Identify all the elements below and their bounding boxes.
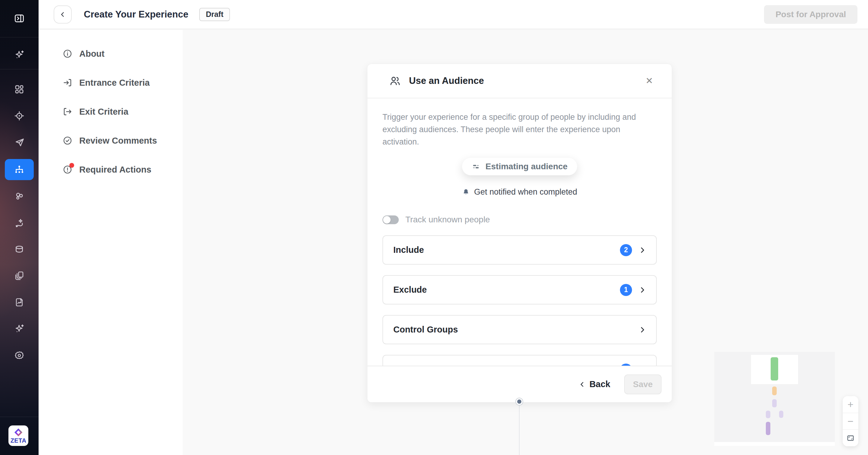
- get-notified-link[interactable]: Get notified when completed: [382, 188, 657, 197]
- settings-gear-icon[interactable]: [0, 346, 38, 365]
- journey-path-icon[interactable]: [0, 214, 38, 232]
- bell-icon: [462, 188, 470, 196]
- sidebar-item-required-actions[interactable]: Required Actions: [38, 161, 183, 179]
- sidebar-item-exit-criteria[interactable]: Exit Criteria: [38, 103, 183, 121]
- copy-stack-icon[interactable]: [0, 267, 38, 285]
- dashboard-icon[interactable]: [0, 80, 38, 98]
- rail-divider: [0, 69, 38, 69]
- panel-header: Use an Audience ✕: [367, 64, 672, 98]
- rail-divider: [0, 417, 38, 417]
- exclude-count-badge: 1: [620, 284, 632, 296]
- page-title: Create Your Experience: [84, 9, 188, 20]
- modal-back-button[interactable]: Back: [578, 379, 610, 389]
- sidebar-item-label: Review Comments: [79, 136, 157, 146]
- canvas-zoom-controls: + −: [843, 396, 858, 446]
- estimating-audience-label: Estimating audience: [486, 162, 567, 171]
- sidebar-item-label: About: [79, 49, 104, 59]
- alert-circle-icon: [62, 165, 73, 175]
- row-label: Include: [393, 245, 424, 255]
- use-an-audience-panel: Use an Audience ✕ Trigger your experienc…: [367, 64, 672, 402]
- minimap-node-green: [771, 357, 778, 380]
- minimap-node-purple: [772, 399, 777, 407]
- app-rail: ZETA: [0, 0, 38, 455]
- sidebar-item-label: Exit Criteria: [79, 107, 128, 117]
- save-button[interactable]: Save: [624, 374, 661, 394]
- panel-body: Trigger your experience for a specific g…: [367, 98, 672, 384]
- zoom-in-button[interactable]: +: [843, 396, 858, 413]
- panel-footer: Back Save: [367, 366, 672, 402]
- minimap-node-purple: [766, 410, 770, 418]
- zeta-diamond-icon: [14, 428, 23, 437]
- estimating-sliders-icon: [472, 162, 480, 171]
- control-groups-row[interactable]: Control Groups: [382, 315, 657, 344]
- canvas-node-connector[interactable]: [516, 398, 523, 405]
- alert-dot: [69, 163, 74, 168]
- exit-arrow-icon: [62, 107, 73, 117]
- zeta-wordmark: ZETA: [10, 437, 27, 444]
- chevron-left-icon: [578, 380, 586, 388]
- status-badge: Draft: [199, 8, 230, 21]
- row-label: Control Groups: [393, 325, 458, 335]
- fit-view-button[interactable]: [843, 429, 858, 446]
- estimating-audience-pill[interactable]: Estimating audience: [462, 158, 577, 175]
- sparkles-alt-icon[interactable]: [0, 320, 38, 338]
- minimap-bottom-strip: [714, 442, 835, 446]
- chevron-right-icon: [638, 325, 647, 334]
- sidebar-item-review-comments[interactable]: Review Comments: [38, 132, 183, 150]
- experience-sidebar: About Entrance Criteria Exit Criteria Re…: [38, 30, 183, 455]
- chevron-right-icon: [638, 285, 647, 294]
- sidebar-item-label: Entrance Criteria: [79, 78, 150, 88]
- enter-arrow-icon: [62, 78, 73, 88]
- minimap-node-orange: [772, 387, 777, 395]
- database-icon[interactable]: [0, 240, 38, 258]
- include-row[interactable]: Include 2: [382, 235, 657, 265]
- orgchart-active-icon[interactable]: [5, 159, 34, 180]
- track-unknown-label: Track unknown people: [405, 215, 490, 225]
- canvas-minimap[interactable]: [714, 352, 835, 446]
- report-icon[interactable]: [0, 293, 38, 311]
- close-icon[interactable]: ✕: [646, 76, 653, 85]
- panel-description: Trigger your experience for a specific g…: [382, 111, 639, 148]
- canvas-connector-line: [519, 405, 520, 455]
- back-button[interactable]: [54, 5, 72, 24]
- sidebar-item-label: Required Actions: [79, 165, 151, 175]
- exclude-row[interactable]: Exclude 1: [382, 275, 657, 305]
- sidebar-item-entrance-criteria[interactable]: Entrance Criteria: [38, 74, 183, 92]
- track-unknown-toggle[interactable]: [382, 216, 399, 224]
- top-header: Create Your Experience Draft Post for Ap…: [38, 0, 868, 29]
- ai-sparkles-icon[interactable]: [0, 46, 38, 64]
- send-icon[interactable]: [0, 133, 38, 151]
- rail-divider: [0, 37, 38, 37]
- zoom-out-button[interactable]: −: [843, 413, 858, 430]
- chevron-right-icon: [638, 246, 647, 255]
- panel-toggle-icon[interactable]: [0, 9, 38, 27]
- post-for-approval-button[interactable]: Post for Approval: [764, 5, 858, 24]
- panel-title: Use an Audience: [409, 76, 484, 86]
- segments-icon[interactable]: [0, 187, 38, 205]
- users-icon: [389, 75, 401, 87]
- zeta-logo[interactable]: ZETA: [8, 425, 28, 446]
- include-count-badge: 2: [620, 244, 632, 256]
- audience-rows: Include 2 Exclude 1 Control Groups: [382, 235, 657, 384]
- chevron-left-icon: [59, 11, 66, 18]
- info-circle-icon: [62, 49, 73, 59]
- get-notified-label: Get notified when completed: [474, 188, 577, 197]
- minimap-node-purple-dark: [766, 422, 770, 435]
- row-label: Exclude: [393, 285, 427, 295]
- sidebar-item-about[interactable]: About: [38, 45, 183, 63]
- fit-view-icon: [846, 434, 855, 442]
- modal-back-label: Back: [590, 379, 610, 389]
- target-icon[interactable]: [0, 107, 38, 125]
- minimap-node-purple: [779, 410, 783, 418]
- check-circle-icon: [62, 136, 73, 146]
